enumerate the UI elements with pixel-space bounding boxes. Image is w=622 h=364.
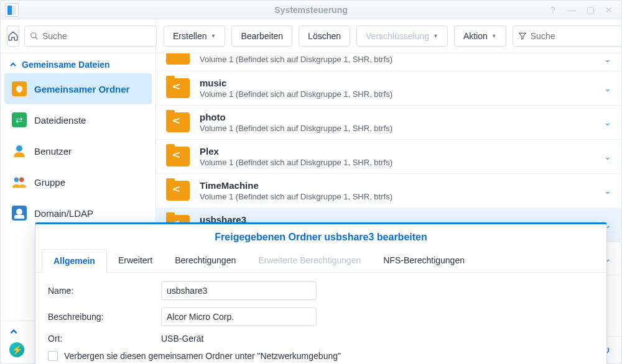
sidebar-item-label: Dateidienste: [34, 115, 86, 125]
file-services-icon: [12, 112, 27, 127]
share-subtitle: Volume 1 (Befindet sich auf Diskgruppe 1…: [200, 55, 594, 64]
share-name: music: [200, 78, 594, 88]
dialog-tab[interactable]: Allgemein: [42, 249, 107, 273]
sidebar-item-label: Gemeinsamer Ordner: [34, 84, 129, 94]
dialog-tab: Erweiterte Berechtigungen: [247, 249, 372, 272]
folder-icon: [166, 78, 190, 98]
sidebar-item-label: Gruppe: [34, 177, 65, 188]
sidebar-item-user[interactable]: Benutzer: [1, 135, 156, 166]
svg-line-1: [35, 37, 38, 40]
home-icon: [7, 30, 19, 42]
domain-icon: [12, 206, 27, 221]
chevron-up-icon: [9, 61, 17, 68]
dialog-tab[interactable]: NFS-Berechtigungen: [372, 249, 476, 272]
hide-network-checkbox[interactable]: Verbergen sie diesen gemeinsamen Ordner …: [48, 351, 594, 361]
dialog-title: Freigegebenen Ordner usbshare3 bearbeite…: [35, 224, 606, 249]
sidebar-section-label: Gemeinsame Dateien: [22, 60, 110, 70]
svg-point-0: [31, 33, 36, 38]
shared-folder-icon: [12, 81, 27, 96]
location-value: USB-Gerät: [161, 334, 203, 344]
help-icon[interactable]: ?: [544, 3, 562, 17]
user-icon: [12, 143, 27, 158]
share-row[interactable]: Volume 1 (Befindet sich auf Diskgruppe 1…: [156, 53, 621, 71]
sidebar-item-file-services[interactable]: Dateidienste: [1, 104, 156, 135]
edit-share-dialog: Freigegebenen Ordner usbshare3 bearbeite…: [35, 222, 607, 364]
group-icon: [12, 175, 27, 189]
sidebar-item-label: Domain/LDAP: [34, 208, 93, 219]
share-name: photo: [200, 112, 594, 122]
share-name: Plex: [200, 146, 594, 157]
encrypt-button: Verschlüsselung▼: [356, 25, 448, 47]
folder-icon: [166, 147, 190, 166]
svg-point-2: [16, 145, 22, 152]
svg-point-3: [14, 178, 19, 182]
create-button[interactable]: Erstellen▼: [164, 25, 225, 47]
sidebar-search[interactable]: [24, 25, 157, 47]
home-button[interactable]: [7, 25, 19, 47]
window-title: Systemsteuerung: [274, 5, 347, 15]
delete-button[interactable]: Löschen: [299, 25, 350, 47]
share-subtitle: Volume 1 (Befindet sich auf Diskgruppe 1…: [200, 89, 594, 99]
caret-down-icon: ▼: [491, 33, 497, 39]
folder-icon: [166, 53, 190, 65]
chevron-up-icon[interactable]: [9, 327, 18, 336]
location-label: Ort:: [48, 334, 154, 344]
svg-point-4: [19, 178, 24, 182]
chevron-down-icon[interactable]: ⌄: [604, 186, 611, 196]
sidebar-item-shared-folder[interactable]: Gemeinsamer Ordner: [4, 73, 152, 104]
sidebar-item-label: Benutzer: [34, 146, 72, 157]
search-icon: [30, 32, 39, 40]
sidebar-section-toggle[interactable]: Gemeinsame Dateien: [1, 53, 156, 73]
edit-button[interactable]: Bearbeiten: [231, 25, 292, 47]
chevron-down-icon[interactable]: ⌄: [604, 117, 611, 127]
folder-icon: [166, 112, 190, 132]
dialog-tab[interactable]: Berechtigungen: [164, 249, 247, 272]
name-input[interactable]: [161, 281, 317, 300]
chevron-down-icon[interactable]: ⌄: [604, 54, 611, 64]
maximize-icon[interactable]: ▢: [582, 3, 599, 17]
close-icon[interactable]: ✕: [600, 3, 618, 17]
toolbar-search[interactable]: [513, 25, 621, 47]
action-button[interactable]: Aktion▼: [454, 25, 506, 47]
checkbox-label: Verbergen sie diesen gemeinsamen Ordner …: [64, 351, 341, 361]
sidebar-app-shortcut[interactable]: ⚡: [9, 342, 24, 357]
checkbox-icon: [48, 351, 58, 361]
name-label: Name:: [48, 286, 154, 296]
chevron-down-icon[interactable]: ⌄: [604, 83, 611, 93]
dialog-tab[interactable]: Erweitert: [107, 249, 164, 272]
share-row[interactable]: musicVolume 1 (Befindet sich auf Diskgru…: [156, 71, 621, 106]
folder-icon: [166, 181, 190, 201]
share-subtitle: Volume 1 (Befindet sich auf Diskgruppe 1…: [200, 158, 594, 167]
share-subtitle: Volume 1 (Befindet sich auf Diskgruppe 1…: [200, 192, 594, 201]
caret-down-icon: ▼: [210, 33, 216, 39]
minimize-icon[interactable]: —: [563, 3, 580, 17]
caret-down-icon: ▼: [433, 33, 439, 39]
dialog-form: Name: Beschreibung: Ort: USB-Gerät Verbe…: [35, 273, 606, 364]
sidebar-item-group[interactable]: Gruppe: [1, 166, 156, 198]
sidebar-search-input[interactable]: [42, 31, 151, 41]
share-row[interactable]: photoVolume 1 (Befindet sich auf Diskgru…: [156, 106, 621, 140]
chevron-down-icon[interactable]: ⌄: [604, 152, 611, 162]
toolbar-search-input[interactable]: [531, 31, 621, 41]
description-input[interactable]: [161, 307, 317, 326]
dialog-tabs: AllgemeinErweitertBerechtigungenErweiter…: [35, 249, 606, 273]
share-name: TimeMachine: [200, 180, 594, 191]
toolbar: Erstellen▼ Bearbeiten Löschen Verschlüss…: [156, 19, 621, 53]
titlebar[interactable]: Systemsteuerung ? — ▢ ✕: [1, 1, 621, 19]
share-subtitle: Volume 1 (Befindet sich auf Diskgruppe 1…: [200, 124, 594, 133]
app-icon: [5, 3, 19, 17]
share-row[interactable]: PlexVolume 1 (Befindet sich auf Diskgrup…: [156, 140, 621, 174]
share-row[interactable]: TimeMachineVolume 1 (Befindet sich auf D…: [156, 174, 621, 208]
description-label: Beschreibung:: [48, 312, 154, 322]
filter-icon: [518, 32, 527, 40]
